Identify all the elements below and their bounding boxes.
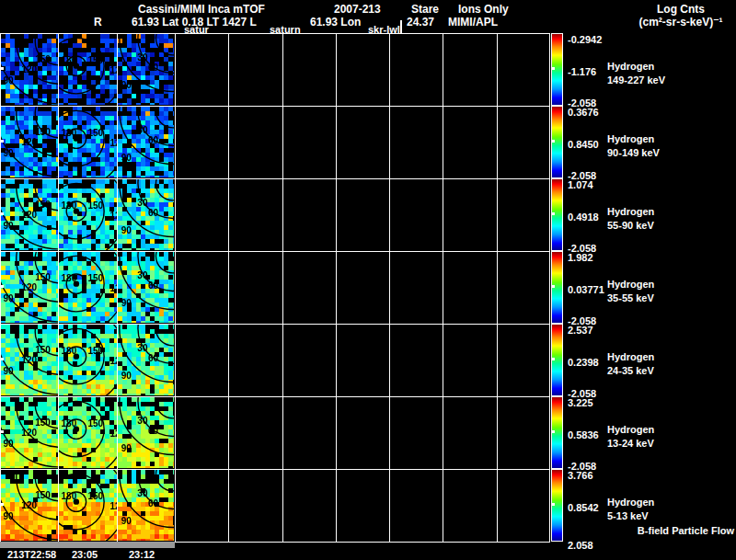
row-energy-label-r5: 24-35 keV bbox=[607, 365, 654, 376]
colorbar-min-label-r7: 2.058 bbox=[568, 540, 593, 551]
colorbar-max-label-r7: 3.766 bbox=[568, 470, 593, 481]
row-species-label-r7: Hydrogen bbox=[607, 497, 654, 508]
colorbar-mid-tick bbox=[551, 430, 555, 433]
time-axis-bar bbox=[0, 542, 175, 548]
row-species-label-r1: Hydrogen bbox=[607, 61, 654, 72]
ephemeris-lon: 61.93 Lon bbox=[310, 16, 361, 29]
heatmap-panel-r2-c2 bbox=[59, 107, 117, 177]
ephemeris-value: 24.37 bbox=[407, 16, 434, 29]
time-tick-label-3: 23:12 bbox=[129, 549, 155, 560]
row-species-label-r3: Hydrogen bbox=[607, 206, 654, 217]
colorbar-max-label-r5: 2.537 bbox=[568, 325, 593, 336]
heatmap-panel-r7-c2 bbox=[59, 470, 117, 541]
grid-vline bbox=[0, 33, 1, 542]
heatmap-panel-r4-c2 bbox=[59, 252, 117, 323]
title-date: 2007-213 bbox=[334, 3, 381, 16]
heatmap-panel-r2-c1 bbox=[1, 107, 58, 177]
heatmap-panel-r7-c1 bbox=[1, 470, 58, 541]
heatmap-panel-r3-c2 bbox=[59, 179, 117, 250]
org-label: MIMI/APL bbox=[448, 16, 498, 29]
colorbar-max-label-r3: 1.074 bbox=[568, 179, 593, 190]
units-line2: (cm²-sr-s-keV)⁻¹ bbox=[626, 16, 736, 29]
heatmap-panel-r4-c3 bbox=[118, 252, 174, 323]
colorbar-mid-tick bbox=[551, 503, 555, 506]
heatmap-panel-r3-c3 bbox=[118, 179, 174, 250]
heatmap-panel-r1-c1 bbox=[1, 34, 58, 105]
grid-hline bbox=[0, 324, 550, 325]
heatmap-panel-r5-c1 bbox=[1, 325, 58, 395]
colorbar-mid-label-r3: 0.4918 bbox=[568, 211, 599, 223]
grid-vline bbox=[443, 33, 443, 542]
grid-vline bbox=[389, 33, 390, 542]
time-tick-label-2: 23:05 bbox=[72, 549, 98, 560]
title-mission: Cassini/MIMI Inca mTOF bbox=[138, 3, 265, 16]
grid-hline bbox=[0, 251, 550, 252]
grid-vline bbox=[549, 33, 550, 542]
colorbar-max-label-r1: -0.2942 bbox=[568, 34, 602, 45]
colorbar-max-label-r4: 1.982 bbox=[568, 252, 593, 263]
row-energy-label-r1: 149-227 keV bbox=[607, 74, 665, 86]
heatmap-panel-r2-c3 bbox=[118, 107, 174, 177]
heatmap-panel-r5-c2 bbox=[59, 325, 117, 395]
row-energy-label-r3: 55-90 keV bbox=[607, 220, 654, 231]
units-line1: Log Cnts bbox=[644, 3, 718, 16]
grid-hline bbox=[0, 469, 550, 470]
grid-hline bbox=[0, 33, 550, 34]
colorbar-mid-label-r7: 0.8542 bbox=[568, 502, 599, 513]
row-energy-label-r6: 13-24 keV bbox=[607, 438, 654, 449]
heatmap-panel-r4-c1 bbox=[1, 252, 58, 323]
colorbar-mid-label-r5: 0.2398 bbox=[568, 357, 599, 368]
row-species-label-r6: Hydrogen bbox=[607, 424, 654, 435]
grid-vline bbox=[175, 33, 176, 542]
colorbar-mid-label-r2: 0.8450 bbox=[568, 139, 599, 150]
grid-vline bbox=[336, 33, 337, 542]
colorbar-mid-label-r6: 0.5836 bbox=[568, 429, 599, 440]
heatmap-panel-r3-c1 bbox=[1, 179, 58, 250]
row-energy-label-r4: 35-55 keV bbox=[607, 292, 654, 303]
grid-hline bbox=[0, 178, 550, 179]
ephemeris-r-label: R bbox=[94, 16, 102, 29]
event-marker-tick bbox=[400, 20, 402, 33]
heatmap-panel-r5-c3 bbox=[118, 325, 174, 395]
grid-vline bbox=[282, 33, 283, 542]
bfield-particle-flow-note: B-field Particle Flow bbox=[638, 525, 734, 536]
grid-vline bbox=[228, 33, 229, 542]
grid-hline bbox=[0, 106, 550, 107]
colorbar-mid-label-r4: 0.03771 bbox=[568, 284, 604, 295]
heatmap-panel-r7-c3 bbox=[118, 470, 174, 541]
colorbar-max-label-r6: 3.225 bbox=[568, 397, 593, 408]
colorbar-mid-tick bbox=[551, 212, 555, 215]
cassini-mimi-inca-display: Cassini/MIMI Inca mTOF 2007-213 Stare Io… bbox=[0, 0, 736, 560]
row-species-label-r4: Hydrogen bbox=[607, 279, 654, 290]
time-tick-label-1: 213T22:58 bbox=[7, 549, 56, 560]
heatmap-panel-r1-c2 bbox=[59, 34, 117, 105]
row-species-label-r2: Hydrogen bbox=[607, 133, 654, 144]
title-species-mode: Ions Only bbox=[458, 3, 509, 16]
row-energy-label-r7: 5-13 keV bbox=[607, 510, 649, 521]
colorbar-mid-tick bbox=[551, 67, 555, 70]
heatmap-panel-r6-c1 bbox=[1, 397, 58, 468]
heatmap-panel-r6-c2 bbox=[59, 397, 117, 468]
colorbar-mid-tick bbox=[551, 140, 555, 143]
heatmap-panel-r1-c3 bbox=[118, 34, 174, 105]
grid-hline bbox=[0, 396, 550, 397]
title-mode: Stare bbox=[411, 3, 439, 16]
heatmap-panel-r6-c3 bbox=[118, 397, 174, 468]
grid-vline bbox=[117, 33, 118, 542]
grid-vline bbox=[58, 33, 59, 542]
row-species-label-r5: Hydrogen bbox=[607, 351, 654, 362]
colorbar-mid-tick bbox=[551, 358, 555, 360]
colorbar-mid-tick bbox=[551, 285, 555, 288]
colorbar-mid-label-r1: -1.176 bbox=[568, 66, 596, 77]
colorbar-max-label-r2: 0.3676 bbox=[568, 107, 599, 118]
grid-vline bbox=[497, 33, 498, 542]
row-energy-label-r2: 90-149 keV bbox=[607, 147, 660, 158]
